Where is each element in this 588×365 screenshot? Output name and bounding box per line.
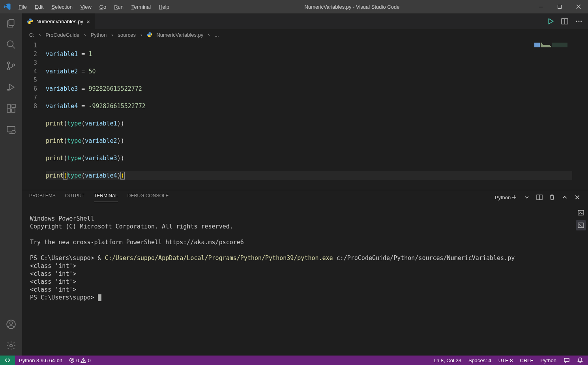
- svg-point-7: [7, 62, 9, 64]
- line-number: 6: [22, 84, 37, 93]
- gutter: 1 2 3 4 5 6 7 8: [22, 40, 46, 190]
- breadcrumb-p2[interactable]: Python: [91, 32, 107, 38]
- breadcrumb-p3[interactable]: sources: [118, 32, 136, 38]
- menu-selection[interactable]: Selection: [48, 2, 76, 12]
- tab-filename: NumericVariables.py: [36, 19, 83, 24]
- accounts-icon[interactable]: [5, 318, 17, 330]
- status-eol[interactable]: CRLF: [520, 358, 534, 363]
- vscode-logo-icon: [3, 2, 12, 11]
- line-number: 4: [22, 67, 37, 76]
- extensions-icon[interactable]: [5, 103, 17, 114]
- tab-terminal[interactable]: TERMINAL: [94, 193, 118, 202]
- svg-marker-21: [549, 19, 553, 24]
- breadcrumb[interactable]: C: ProCodeGuide Python sources NumericVa…: [22, 29, 588, 40]
- menu-file[interactable]: File: [15, 2, 30, 12]
- svg-rect-1: [558, 5, 562, 9]
- tabbar-actions: [547, 13, 588, 29]
- menu-help[interactable]: Help: [155, 2, 173, 12]
- breadcrumb-root[interactable]: C:: [29, 32, 34, 38]
- panel-actions: Python: [498, 194, 581, 201]
- svg-rect-13: [7, 109, 11, 112]
- main-row: NumericVariables.py × C: ProCodeGuide Py…: [0, 13, 588, 356]
- breadcrumb-tail[interactable]: ...: [215, 32, 219, 38]
- tab-debug-console[interactable]: DEBUG CONSOLE: [127, 193, 169, 202]
- svg-rect-12: [7, 105, 11, 108]
- svg-point-24: [576, 21, 577, 22]
- line-number: 3: [22, 58, 37, 67]
- svg-marker-10: [9, 84, 14, 90]
- run-debug-icon[interactable]: [5, 81, 17, 93]
- close-panel-icon[interactable]: [574, 194, 581, 201]
- code-body[interactable]: variable1 = 1 variable2 = 50 variable3 =…: [46, 40, 588, 190]
- line-number: 7: [22, 93, 37, 102]
- editor-area[interactable]: 1 2 3 4 5 6 7 8 variable1 = 1 variable2 …: [22, 40, 588, 190]
- search-icon[interactable]: [5, 39, 17, 51]
- tab-close-icon[interactable]: ×: [86, 18, 90, 25]
- chevron-down-icon[interactable]: [523, 194, 530, 201]
- more-actions-icon[interactable]: [575, 18, 582, 25]
- tab-numericvariables[interactable]: NumericVariables.py ×: [22, 13, 95, 29]
- notifications-bell-icon[interactable]: [577, 357, 583, 363]
- svg-point-17: [12, 130, 15, 134]
- maximize-button[interactable]: [550, 0, 569, 13]
- svg-point-9: [13, 64, 15, 66]
- line-number: 5: [22, 76, 37, 84]
- status-language-mode[interactable]: Python: [541, 358, 556, 363]
- svg-point-8: [7, 68, 9, 70]
- menu-terminal[interactable]: Terminal: [128, 2, 154, 12]
- svg-rect-0: [539, 7, 543, 7]
- svg-line-6: [12, 46, 15, 49]
- line-number: 2: [22, 50, 37, 58]
- svg-rect-15: [12, 104, 15, 108]
- titlebar: File Edit Selection View Go Run Terminal…: [0, 0, 588, 13]
- line-number: 1: [22, 41, 37, 50]
- menu-view[interactable]: View: [77, 2, 95, 12]
- source-control-icon[interactable]: [5, 60, 17, 72]
- close-button[interactable]: [569, 0, 588, 13]
- terminal-cursor: [98, 294, 101, 301]
- breadcrumb-p1[interactable]: ProCodeGuide: [45, 32, 79, 38]
- svg-rect-14: [11, 109, 15, 112]
- status-indentation[interactable]: Spaces: 4: [468, 358, 491, 363]
- svg-rect-4: [9, 19, 14, 25]
- statusbar: Python 3.9.6 64-bit 0 0 Ln 8, Col 23 Spa…: [0, 356, 588, 365]
- split-editor-icon[interactable]: [561, 18, 568, 25]
- remote-indicator-icon[interactable]: [0, 356, 15, 365]
- maximize-panel-icon[interactable]: [561, 194, 568, 201]
- panel-tabs: PROBLEMS OUTPUT TERMINAL DEBUG CONSOLE P…: [22, 190, 588, 204]
- terminal-shell-label[interactable]: Python: [495, 195, 511, 200]
- menubar: File Edit Selection View Go Run Terminal…: [15, 2, 173, 12]
- settings-gear-icon[interactable]: [5, 340, 17, 352]
- terminal-body[interactable]: Windows PowerShell Copyright (C) Microso…: [22, 204, 588, 356]
- tab-output[interactable]: OUTPUT: [65, 193, 84, 202]
- explorer-icon[interactable]: [5, 17, 17, 29]
- status-problems[interactable]: 0 0: [69, 358, 90, 363]
- remote-explorer-icon[interactable]: [5, 124, 17, 136]
- run-file-icon[interactable]: [547, 18, 554, 25]
- line-number: 8: [22, 102, 37, 110]
- svg-point-5: [7, 41, 13, 47]
- split-terminal-icon[interactable]: [536, 194, 543, 201]
- menu-go[interactable]: Go: [96, 2, 110, 12]
- svg-point-11: [7, 89, 9, 90]
- window-title: NumericVariables.py - Visual Studio Code: [173, 4, 531, 10]
- python-file-icon: [27, 18, 33, 24]
- status-cursor-position[interactable]: Ln 8, Col 23: [434, 358, 461, 363]
- tabbar: NumericVariables.py ×: [22, 13, 588, 29]
- breadcrumb-file[interactable]: NumericVariables.py: [156, 32, 203, 38]
- menu-run[interactable]: Run: [110, 2, 127, 12]
- svg-point-20: [10, 344, 13, 347]
- status-encoding[interactable]: UTF-8: [498, 358, 513, 363]
- feedback-icon[interactable]: [564, 357, 570, 363]
- trash-icon[interactable]: [549, 194, 556, 201]
- menu-edit[interactable]: Edit: [31, 2, 47, 12]
- svg-point-19: [10, 322, 13, 325]
- svg-point-25: [579, 21, 580, 22]
- window-controls: [531, 0, 588, 13]
- status-python-interpreter[interactable]: Python 3.9.6 64-bit: [19, 358, 62, 363]
- activitybar: [0, 13, 22, 356]
- tab-problems[interactable]: PROBLEMS: [29, 193, 56, 202]
- minimize-button[interactable]: [531, 0, 550, 13]
- svg-point-50: [83, 361, 84, 362]
- new-terminal-icon[interactable]: [511, 194, 518, 201]
